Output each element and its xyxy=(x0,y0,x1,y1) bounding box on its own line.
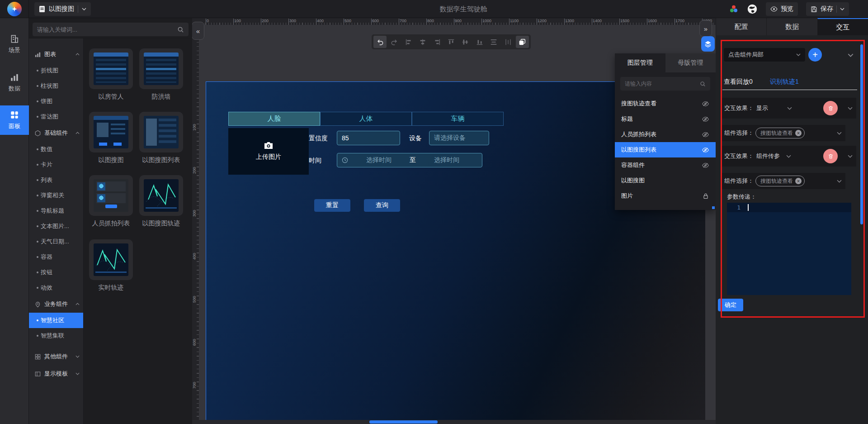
distribute-vertical-button[interactable] xyxy=(487,36,500,48)
align-right-button[interactable] xyxy=(430,36,443,48)
thumbnail-search-track[interactable]: 以图搜图轨迹 xyxy=(139,175,183,228)
confirm-button[interactable]: 确定 xyxy=(718,299,743,311)
eye-off-icon[interactable] xyxy=(702,131,709,138)
effect-value[interactable]: 组件传参 xyxy=(756,152,780,160)
align-middle-vertical-button[interactable] xyxy=(459,36,472,48)
nav-item-scene[interactable]: 场景 xyxy=(0,29,29,59)
group-other[interactable]: 其他组件 xyxy=(29,348,83,365)
component-type-bar-chart[interactable]: 柱状图 xyxy=(29,78,83,94)
component-type-line-chart[interactable]: 折线图 xyxy=(29,63,83,78)
component-type-number[interactable]: 数值 xyxy=(29,142,83,157)
confidence-input[interactable]: 85 xyxy=(337,131,400,145)
group-basic[interactable]: 基础组件 xyxy=(29,124,83,142)
event-tab-track-active[interactable]: 识别轨迹1 xyxy=(770,78,799,86)
component-tag[interactable]: 搜图轨迹查看 × xyxy=(755,176,805,186)
device-select[interactable]: 请选择设备 xyxy=(429,131,489,145)
theme-colors-icon[interactable] xyxy=(729,4,739,14)
panel-resize-handle[interactable] xyxy=(712,206,715,209)
event-tab-playback[interactable]: 查看回放0 xyxy=(724,78,753,86)
thumbnail-image-search-list[interactable]: 以图搜图列表 xyxy=(139,112,183,164)
preview-button[interactable]: 预览 xyxy=(766,2,798,16)
params-code-editor[interactable]: 1 xyxy=(727,203,851,295)
time-range-picker[interactable]: 选择时间 至 选择时间 xyxy=(337,153,482,167)
reset-button[interactable]: 重置 xyxy=(314,199,350,212)
chevron-down-icon[interactable] xyxy=(837,180,842,183)
tab-layer-management[interactable]: 图层管理 xyxy=(615,53,665,72)
app-logo[interactable] xyxy=(0,0,29,18)
add-interaction-button[interactable]: + xyxy=(808,48,822,62)
project-switcher[interactable]: 以图搜图 xyxy=(34,2,91,16)
chevron-down-icon[interactable] xyxy=(82,8,86,10)
nav-item-data[interactable]: 数据 xyxy=(0,68,29,97)
component-type-popup[interactable]: 弹窗相关 xyxy=(29,188,83,203)
search-icon[interactable] xyxy=(177,26,184,33)
redo-button[interactable] xyxy=(387,36,401,48)
chevron-down-icon[interactable] xyxy=(848,155,853,158)
delete-effect-button[interactable] xyxy=(823,149,838,163)
align-left-button[interactable] xyxy=(402,36,415,48)
layer-row[interactable]: 标题 xyxy=(615,111,716,127)
group-business[interactable]: 业务组件 xyxy=(29,295,83,313)
thumbnail-capture-list[interactable]: 人员抓拍列表 xyxy=(89,175,133,228)
component-type-card[interactable]: 卡片 xyxy=(29,157,83,172)
trigger-event-select[interactable]: 点击组件局部 xyxy=(724,48,805,62)
thumbnail-image-search[interactable]: 以图搜图 xyxy=(89,112,133,164)
layer-row[interactable]: 容器组件 xyxy=(615,157,716,173)
chevron-down-icon[interactable] xyxy=(840,8,844,10)
chevron-down-icon[interactable] xyxy=(786,155,791,158)
layer-row[interactable]: 图片 xyxy=(615,188,716,204)
layer-row-selected[interactable]: 以图搜图列表 xyxy=(615,142,716,157)
component-type-pie-chart[interactable]: 饼图 xyxy=(29,94,83,109)
group-charts[interactable]: 图表 xyxy=(29,46,83,63)
component-type-animation[interactable]: 动效 xyxy=(29,280,83,295)
tab-config[interactable]: 配置 xyxy=(716,18,766,35)
thumbnail-fangguanren[interactable]: 以房管人 xyxy=(89,48,133,101)
align-top-button[interactable] xyxy=(444,36,458,48)
thumbnail-realtime-track[interactable]: 实时轨迹 xyxy=(89,239,133,292)
collapse-left-panel-button[interactable]: « xyxy=(192,22,204,40)
eye-off-icon[interactable] xyxy=(702,162,709,169)
component-type-weather-date[interactable]: 天气日期... xyxy=(29,234,83,249)
query-button[interactable]: 查询 xyxy=(364,199,400,212)
layers-toggle-button[interactable] xyxy=(701,36,715,52)
distribute-horizontal-button[interactable] xyxy=(501,36,514,48)
expand-right-panel-button[interactable]: » xyxy=(699,20,712,37)
effect-value[interactable]: 显示 xyxy=(756,104,768,112)
globe-icon[interactable] xyxy=(747,4,758,14)
tab-face[interactable]: 人脸 xyxy=(228,112,320,126)
tab-interaction[interactable]: 交互 xyxy=(817,18,868,35)
align-bottom-button[interactable] xyxy=(473,36,486,48)
chevron-down-icon[interactable] xyxy=(787,107,792,110)
component-tag[interactable]: 搜图轨迹查看 × xyxy=(755,128,805,138)
tab-data[interactable]: 数据 xyxy=(766,18,817,35)
collapse-section-chevron-icon[interactable] xyxy=(848,53,854,57)
lock-icon[interactable] xyxy=(702,192,709,200)
eye-off-icon[interactable] xyxy=(702,100,709,108)
config-panel-scrollbar[interactable] xyxy=(860,44,863,224)
layer-row[interactable]: 人员抓拍列表 xyxy=(615,127,716,142)
remove-tag-icon[interactable]: × xyxy=(795,178,802,184)
align-center-horizontal-button[interactable] xyxy=(416,36,429,48)
upload-image-area[interactable]: 上传图片 xyxy=(228,128,309,175)
component-type-button[interactable]: 按钮 xyxy=(29,265,83,280)
tab-master-management[interactable]: 母版管理 xyxy=(665,53,716,72)
layer-row[interactable]: 搜图轨迹查看 xyxy=(615,96,716,111)
component-type-radar-chart[interactable]: 雷达图 xyxy=(29,109,83,124)
eye-off-icon[interactable] xyxy=(702,115,709,123)
component-type-smart-community[interactable]: 智慧社区 xyxy=(29,313,83,328)
tab-vehicle[interactable]: 车辆 xyxy=(412,112,504,126)
component-type-text-image[interactable]: 文本图片... xyxy=(29,219,83,234)
save-button[interactable]: 保存 xyxy=(806,2,849,16)
component-type-smart-link[interactable]: 智慧集联 xyxy=(29,328,83,343)
nav-item-panel[interactable]: 面板 xyxy=(0,105,29,135)
layer-search[interactable] xyxy=(620,77,710,91)
component-type-container[interactable]: 容器 xyxy=(29,249,83,265)
layer-row[interactable]: 以图搜图 xyxy=(615,173,716,188)
remove-tag-icon[interactable]: × xyxy=(795,130,802,136)
thumbnail-fanghongqiang[interactable]: 防洪墙 xyxy=(139,48,183,101)
library-search-input[interactable] xyxy=(37,26,174,33)
search-icon[interactable] xyxy=(700,81,706,87)
tab-human-body[interactable]: 人体 xyxy=(320,112,412,126)
scrollbar-thumb[interactable] xyxy=(369,420,438,424)
library-search[interactable] xyxy=(33,23,189,36)
